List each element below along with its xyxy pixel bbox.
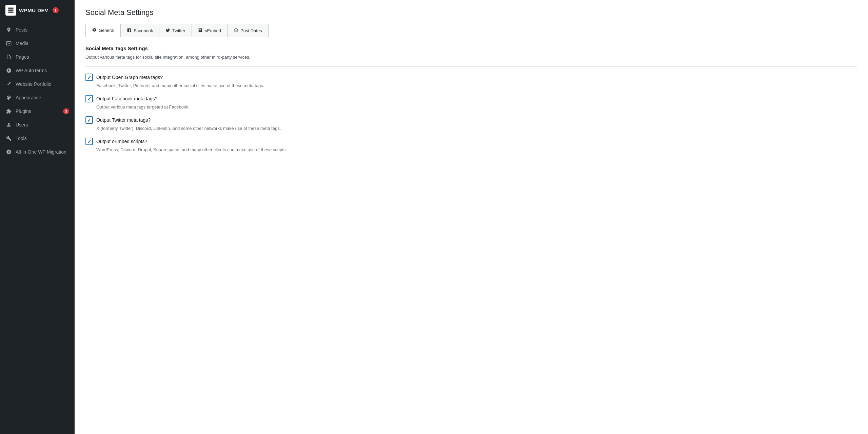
setting-label-open-graph[interactable]: Output Open Graph meta tags?: [85, 74, 857, 81]
setting-label-facebook-meta[interactable]: Output Facebook meta tags?: [85, 95, 857, 102]
tab-general[interactable]: General: [85, 24, 121, 37]
autoterms-icon: [5, 67, 12, 74]
sidebar-item-users-label: Users: [16, 122, 69, 127]
checkbox-facebook-meta[interactable]: [85, 95, 93, 102]
setting-label-text-facebook-meta: Output Facebook meta tags?: [96, 96, 158, 101]
setting-label-oembed-scripts[interactable]: Output oEmbed scripts?: [85, 138, 857, 145]
gear-icon: [92, 27, 97, 33]
tab-twitter[interactable]: Twitter: [159, 24, 192, 37]
checkbox-open-graph[interactable]: [85, 74, 93, 81]
main-content: Social Meta Settings General Facebook Tw…: [75, 0, 868, 434]
setting-row-facebook-meta: Output Facebook meta tags?Output various…: [85, 95, 857, 110]
sidebar-item-media[interactable]: Media: [0, 37, 75, 50]
sidebar-item-portfolio[interactable]: Website Portfolio: [0, 77, 75, 91]
pages-icon: [5, 54, 12, 60]
users-icon: [5, 121, 12, 128]
setting-label-text-open-graph: Output Open Graph meta tags?: [96, 75, 163, 80]
sidebar-item-media-label: Media: [16, 41, 69, 46]
section-title: Social Meta Tags Settings: [85, 45, 857, 51]
setting-label-text-twitter-meta: Output Twitter meta tags?: [96, 117, 151, 123]
sidebar-item-appearance[interactable]: Appearance: [0, 91, 75, 104]
tab-post-dates-label: Post Dates: [240, 28, 262, 33]
setting-label-twitter-meta[interactable]: Output Twitter meta tags?: [85, 116, 857, 124]
sidebar-item-tools[interactable]: Tools: [0, 132, 75, 145]
settings-list: Output Open Graph meta tags?Facebook, Tw…: [85, 74, 857, 152]
wpmu-badge: 1: [53, 7, 59, 13]
setting-label-text-oembed-scripts: Output oEmbed scripts?: [96, 139, 147, 144]
setting-row-open-graph: Output Open Graph meta tags?Facebook, Tw…: [85, 74, 857, 88]
migration-icon: [5, 149, 12, 155]
setting-help-twitter-meta: X (formerly Twitter), Discord, LinkedIn,…: [85, 126, 857, 131]
plugins-badge: 3: [63, 108, 69, 114]
tab-facebook[interactable]: Facebook: [120, 24, 159, 37]
tab-twitter-label: Twitter: [172, 28, 185, 33]
setting-row-twitter-meta: Output Twitter meta tags?X (formerly Twi…: [85, 116, 857, 131]
tab-post-dates[interactable]: Post Dates: [227, 24, 269, 37]
section-divider: [85, 66, 857, 67]
checkbox-twitter-meta[interactable]: [85, 116, 93, 124]
tools-icon: [5, 135, 12, 142]
sidebar-header: WPMU DEV 1: [0, 0, 75, 20]
site-name: WPMU DEV: [19, 7, 48, 13]
tab-oembed[interactable]: oEmbed: [192, 24, 228, 37]
sidebar-item-autoterms-label: WP AutoTerms: [16, 68, 69, 73]
sidebar-item-plugins-label: Plugins: [16, 108, 58, 114]
tab-oembed-label: oEmbed: [205, 28, 221, 33]
sidebar-item-autoterms[interactable]: WP AutoTerms: [0, 64, 75, 77]
sidebar-item-migration[interactable]: All-in-One WP Migration: [0, 145, 75, 159]
tabs-container: General Facebook Twitter oEmbed Post Dat: [85, 24, 857, 37]
checkbox-oembed-scripts[interactable]: [85, 138, 93, 145]
tab-facebook-label: Facebook: [134, 28, 153, 33]
sidebar-nav: Posts Media Pages WP AutoTerms: [0, 20, 75, 161]
wpmu-logo-icon: [5, 5, 16, 16]
sidebar-item-posts[interactable]: Posts: [0, 23, 75, 37]
appearance-icon: [5, 94, 12, 101]
setting-help-open-graph: Facebook, Twitter, Pinterest and many ot…: [85, 83, 857, 88]
tab-general-label: General: [99, 28, 114, 33]
sidebar-item-appearance-label: Appearance: [16, 95, 69, 100]
pin-icon: [5, 26, 12, 33]
sidebar-item-posts-label: Posts: [16, 27, 69, 33]
media-icon: [5, 40, 12, 47]
twitter-icon: [165, 28, 170, 34]
sidebar-item-users[interactable]: Users: [0, 118, 75, 132]
sidebar-item-pages[interactable]: Pages: [0, 50, 75, 64]
content-section: Social Meta Tags Settings Output various…: [85, 45, 857, 152]
page-title: Social Meta Settings: [85, 8, 857, 17]
setting-row-oembed-scripts: Output oEmbed scripts?WordPress, Discord…: [85, 138, 857, 152]
setting-help-facebook-meta: Output various meta tags targeted at Fac…: [85, 104, 857, 110]
setting-help-oembed-scripts: WordPress, Discord, Drupal, Squarespace,…: [85, 147, 857, 152]
section-description: Output various meta tags for social site…: [85, 55, 857, 60]
plugins-icon: [5, 108, 12, 115]
portfolio-icon: [5, 81, 12, 87]
sidebar-item-portfolio-label: Website Portfolio: [16, 81, 69, 87]
sidebar-logo: WPMU DEV 1: [5, 5, 59, 16]
sidebar-item-tools-label: Tools: [16, 136, 69, 141]
sidebar-item-pages-label: Pages: [16, 54, 69, 60]
sidebar: WPMU DEV 1 Posts Media Pages: [0, 0, 75, 434]
sidebar-item-plugins[interactable]: Plugins 3: [0, 104, 75, 118]
sidebar-item-migration-label: All-in-One WP Migration: [16, 149, 69, 155]
facebook-icon: [127, 28, 132, 34]
oembed-icon: [198, 28, 203, 34]
clock-icon: [234, 28, 238, 34]
